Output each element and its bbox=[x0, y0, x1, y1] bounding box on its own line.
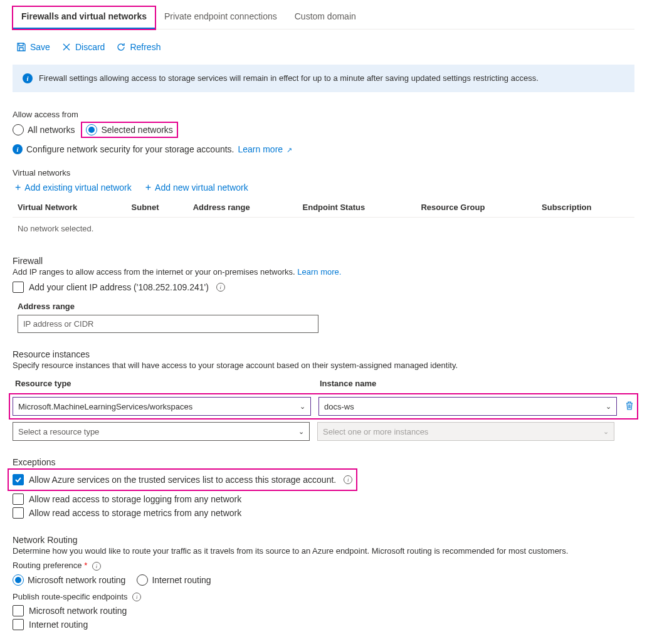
address-range-label: Address range bbox=[18, 302, 634, 311]
tab-private-endpoint[interactable]: Private endpoint connections bbox=[155, 6, 286, 29]
allow-metrics-checkbox[interactable]: Allow read access to storage metrics fro… bbox=[13, 507, 634, 519]
resource-type-header: Resource type bbox=[13, 375, 310, 392]
tabs: Firewalls and virtual networks Private e… bbox=[13, 6, 634, 29]
close-icon bbox=[61, 42, 71, 52]
tab-firewalls[interactable]: Firewalls and virtual networks bbox=[13, 6, 155, 29]
network-routing-desc: Determine how you would like to route yo… bbox=[13, 546, 634, 556]
toolbar: Save Discard Refresh bbox=[13, 40, 634, 65]
allow-logging-checkbox[interactable]: Allow read access to storage logging fro… bbox=[13, 494, 634, 505]
address-range-input[interactable]: IP address or CIDR bbox=[18, 315, 318, 333]
allow-trusted-services-checkbox[interactable]: Allow Azure services on the trusted serv… bbox=[13, 474, 352, 485]
firewall-heading: Firewall bbox=[13, 256, 634, 266]
trash-icon bbox=[624, 401, 634, 411]
refresh-icon bbox=[116, 42, 126, 52]
refresh-button[interactable]: Refresh bbox=[116, 42, 160, 52]
publish-endpoints-label: Publish route-specific endpoints bbox=[13, 592, 128, 601]
firewall-learn-more[interactable]: Learn more. bbox=[297, 267, 341, 277]
col-virtual-network: Virtual Network bbox=[13, 198, 127, 218]
external-link-icon: ↗ bbox=[287, 146, 292, 154]
col-address-range: Address range bbox=[188, 198, 298, 218]
check-icon bbox=[14, 476, 22, 483]
save-button[interactable]: Save bbox=[16, 42, 50, 52]
network-routing-heading: Network Routing bbox=[13, 535, 634, 545]
delete-instance-button[interactable] bbox=[624, 401, 634, 413]
add-existing-vnet-button[interactable]: +Add existing virtual network bbox=[15, 182, 132, 193]
allow-access-label: Allow access from bbox=[13, 110, 634, 119]
radio-selected-networks[interactable]: Selected networks bbox=[82, 123, 176, 137]
firewall-desc: Add IP ranges to allow access from the i… bbox=[13, 267, 295, 277]
learn-more-link[interactable]: Learn more ↗ bbox=[238, 144, 292, 154]
resource-type-select[interactable]: Microsoft.MachineLearningServices/worksp… bbox=[13, 397, 311, 416]
chevron-down-icon: ⌄ bbox=[300, 403, 305, 411]
info-outline-icon: i bbox=[344, 475, 352, 484]
info-icon: i bbox=[23, 73, 33, 83]
info-icon: i bbox=[13, 144, 23, 154]
chevron-down-icon: ⌄ bbox=[606, 403, 611, 411]
resource-instances-heading: Resource instances bbox=[13, 349, 634, 359]
publish-internet-routing-checkbox[interactable]: Internet routing bbox=[13, 619, 634, 630]
chevron-down-icon: ⌄ bbox=[298, 428, 304, 436]
tab-custom-domain[interactable]: Custom domain bbox=[286, 6, 365, 29]
info-outline-icon: i bbox=[132, 593, 141, 601]
radio-all-networks[interactable]: All networks bbox=[13, 124, 75, 135]
plus-icon: + bbox=[15, 183, 21, 192]
resource-type-select-empty[interactable]: Select a resource type ⌄ bbox=[13, 422, 310, 441]
vnet-table: Virtual Network Subnet Address range End… bbox=[13, 198, 634, 240]
plus-icon: + bbox=[145, 183, 151, 192]
instance-name-select-disabled: Select one or more instances ⌄ bbox=[317, 422, 614, 441]
vnet-heading: Virtual networks bbox=[13, 168, 634, 177]
radio-internet-routing[interactable]: Internet routing bbox=[137, 574, 211, 586]
info-banner: i Firewall settings allowing access to s… bbox=[13, 65, 634, 92]
info-outline-icon: i bbox=[92, 562, 101, 571]
add-client-ip-checkbox[interactable]: Add your client IP address ('108.252.109… bbox=[13, 282, 634, 293]
col-endpoint-status: Endpoint Status bbox=[298, 198, 416, 218]
col-subnet: Subnet bbox=[127, 198, 188, 218]
vnet-empty: No network selected. bbox=[13, 218, 634, 240]
configure-text: Configure network security for your stor… bbox=[26, 144, 234, 154]
resource-instances-desc: Specify resource instances that will hav… bbox=[13, 361, 634, 370]
radio-microsoft-routing[interactable]: Microsoft network routing bbox=[13, 574, 125, 586]
exceptions-heading: Exceptions bbox=[13, 457, 634, 467]
publish-microsoft-routing-checkbox[interactable]: Microsoft network routing bbox=[13, 605, 634, 616]
save-icon bbox=[16, 42, 26, 52]
add-new-vnet-button[interactable]: +Add new virtual network bbox=[145, 182, 248, 193]
routing-pref-label: Routing preference bbox=[13, 561, 82, 570]
chevron-down-icon: ⌄ bbox=[603, 428, 609, 436]
discard-button[interactable]: Discard bbox=[61, 42, 105, 52]
col-subscription: Subscription bbox=[537, 198, 634, 218]
col-resource-group: Resource Group bbox=[416, 198, 537, 218]
banner-text: Firewall settings allowing access to sto… bbox=[39, 73, 539, 83]
instance-name-header: Instance name bbox=[317, 375, 614, 392]
instance-name-select[interactable]: docs-ws ⌄ bbox=[318, 397, 617, 416]
info-outline-icon: i bbox=[216, 283, 225, 292]
